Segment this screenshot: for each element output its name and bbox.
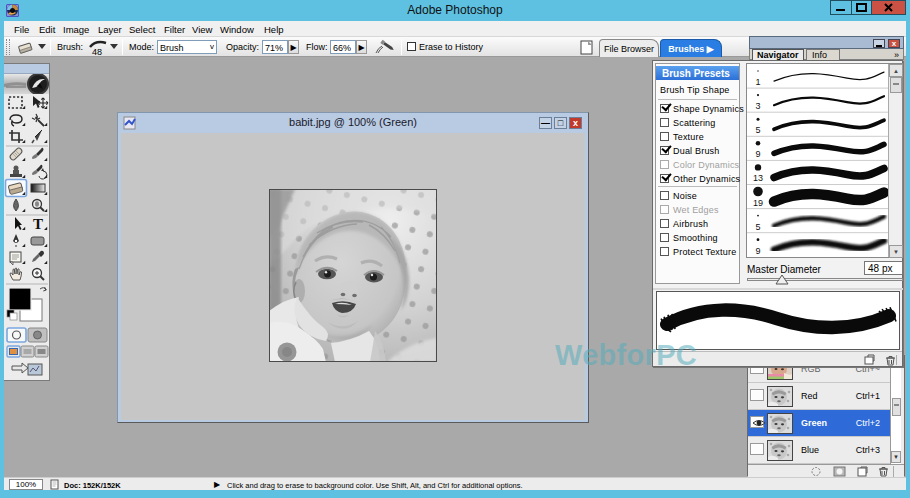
svg-text:T: T: [33, 216, 43, 232]
svg-text:1: 1: [755, 77, 760, 87]
svg-text:3: 3: [755, 101, 760, 111]
svg-text:19: 19: [753, 198, 763, 208]
svg-text:5: 5: [755, 125, 760, 135]
svg-text:13: 13: [753, 173, 763, 183]
svg-text:9: 9: [755, 246, 760, 256]
svg-text:9: 9: [755, 149, 760, 159]
svg-text:5: 5: [755, 222, 760, 232]
